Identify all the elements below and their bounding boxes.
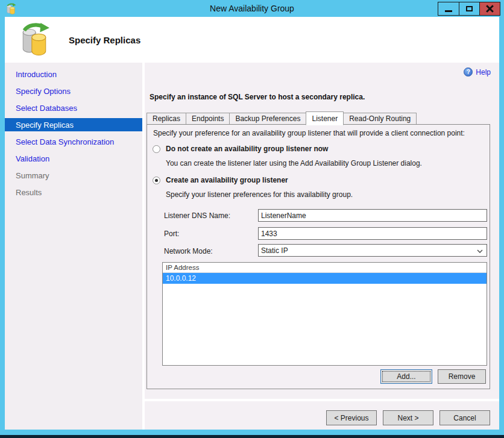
remove-button[interactable]: Remove [438,369,486,384]
radio-circle-checked-icon [153,177,160,184]
tab-listener[interactable]: Listener [306,111,344,125]
listener-tab-panel: Specify your preference for an availabil… [146,124,490,389]
radio-no-listener[interactable]: Do not create an availability group list… [153,145,328,153]
wizard-header: Specify Replicas [5,17,499,63]
replica-tabs: Replicas Endpoints Backup Preferences Li… [146,111,416,125]
radio-create-listener-label: Create an availability group listener [166,176,288,184]
help-link[interactable]: ? Help [464,67,491,77]
radio-create-listener[interactable]: Create an availability group listener [153,176,288,184]
maximize-icon [466,6,473,11]
help-icon: ? [464,67,473,77]
radio-circle-icon [153,145,160,153]
network-mode-label: Network Mode: [164,247,213,255]
minimize-button[interactable] [438,2,459,15]
titlebar: New Availability Group [0,0,504,17]
cancel-button[interactable]: Cancel [439,410,490,425]
wizard-footer-buttons: < Previous Next > Cancel [326,410,490,425]
window-controls [438,2,500,16]
new-availability-group-dialog: New Availability Group Specify Replicas … [0,0,504,438]
radio-create-listener-description: Specify your listener preferences for th… [166,190,353,199]
ip-address-row[interactable]: 10.0.0.12 [163,273,487,284]
close-icon [486,5,494,13]
wizard-content: ? Help Specify an instance of SQL Server… [145,63,499,430]
window-border-bottom-shadow [0,435,504,438]
network-mode-value: Static IP [261,246,288,255]
sidebar-item-specify-replicas[interactable]: Specify Replicas [5,118,142,131]
wizard-steps-sidebar: Introduction Specify Options Select Data… [5,63,142,430]
network-mode-select[interactable]: Static IP [258,244,487,257]
sidebar-item-specify-options[interactable]: Specify Options [5,83,142,99]
ip-address-column-header: IP Address [163,263,487,273]
window-title: New Availability Group [0,0,504,17]
sidebar-item-select-data-synchronization[interactable]: Select Data Synchronization [5,133,142,150]
ip-address-list: IP Address 10.0.0.12 [162,262,487,366]
port-input[interactable] [258,227,487,240]
radio-no-listener-description: You can create the listener later using … [166,159,422,167]
help-label: Help [476,68,491,77]
window-border-bottom [0,430,504,435]
close-button[interactable] [479,2,500,15]
maximize-button[interactable] [459,2,479,15]
add-button[interactable]: Add... [380,369,432,384]
sidebar-item-results: Results [5,184,142,201]
dns-name-label: Listener DNS Name: [164,211,230,220]
window-border-left [0,0,5,435]
listener-intro-text: Specify your preference for an availabil… [153,129,465,137]
sidebar-item-select-databases[interactable]: Select Databases [5,99,142,116]
tab-replicas[interactable]: Replicas [146,113,186,125]
sidebar-item-summary: Summary [5,167,142,184]
port-label: Port: [164,230,179,238]
chevron-down-icon [477,246,483,255]
tab-backup-preferences[interactable]: Backup Preferences [229,113,306,125]
database-sync-icon [19,22,49,59]
dns-name-input[interactable] [258,209,487,222]
next-button[interactable]: Next > [383,410,433,425]
radio-no-listener-label: Do not create an availability group list… [166,145,328,153]
tab-read-only-routing[interactable]: Read-Only Routing [343,113,417,125]
sidebar-item-validation[interactable]: Validation [5,150,142,167]
previous-button[interactable]: < Previous [326,410,377,425]
page-instruction: Specify an instance of SQL Server to hos… [150,93,365,101]
minimize-icon [445,10,452,12]
footer-divider [145,399,499,401]
page-title: Specify Replicas [69,17,140,63]
tab-endpoints[interactable]: Endpoints [186,113,230,125]
window-border-right [499,0,504,435]
sidebar-item-introduction[interactable]: Introduction [5,66,142,83]
